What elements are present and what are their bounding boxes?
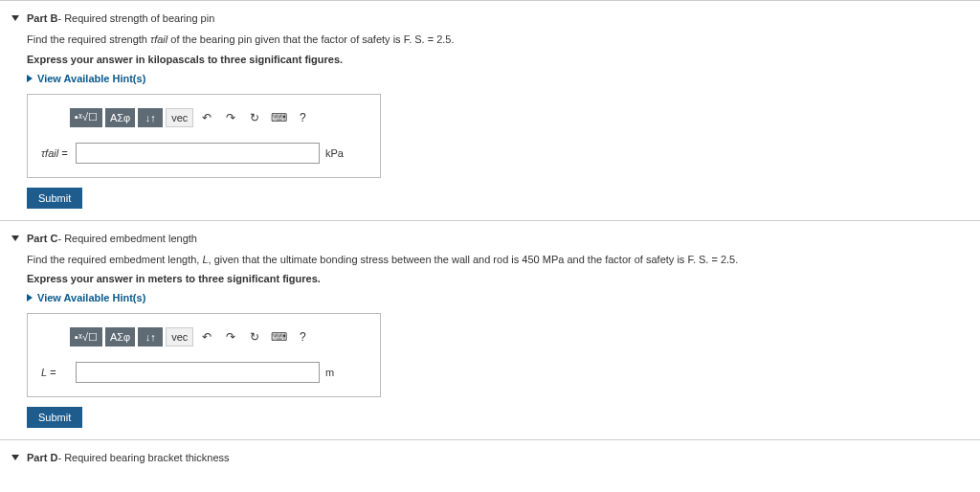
template-button[interactable]: ▪ᵡ√☐ <box>70 108 102 127</box>
unit-c: m <box>325 367 334 378</box>
collapse-icon[interactable] <box>11 235 19 241</box>
greek-button[interactable]: ΑΣφ <box>105 108 135 127</box>
undo-icon[interactable]: ↶ <box>196 109 217 126</box>
unit-b: kPa <box>325 147 344 159</box>
keyboard-icon[interactable]: ⌨ <box>268 328 289 346</box>
hints-toggle[interactable]: View Available Hint(s) <box>27 73 953 84</box>
hints-label: View Available Hint(s) <box>37 73 145 84</box>
redo-icon[interactable]: ↷ <box>220 328 241 346</box>
help-icon[interactable]: ? <box>292 109 313 126</box>
q-unit: MPa <box>543 254 565 265</box>
part-c-question: Find the required embedment length, L, g… <box>27 252 953 268</box>
q-text: Find the required strength <box>27 34 150 45</box>
part-b: Part B - Required strength of bearing pi… <box>0 0 980 220</box>
vec-button[interactable]: vec <box>166 108 193 127</box>
q-text: , given that the ultimate bonding stress… <box>209 254 543 265</box>
answer-input-b[interactable] <box>76 143 320 164</box>
submit-button-c[interactable]: Submit <box>27 407 82 428</box>
part-c: Part C - Required embedment length Find … <box>0 220 980 440</box>
input-row-c: L = m <box>41 362 367 383</box>
part-b-instruct: Express your answer in kilopascals to th… <box>27 54 953 65</box>
part-c-label: Part C <box>27 233 57 244</box>
expand-icon <box>27 294 33 302</box>
q-text: . <box>452 34 455 45</box>
collapse-icon[interactable] <box>11 455 19 460</box>
greek-button[interactable]: ΑΣφ <box>105 327 135 347</box>
q-fs: F. S. = 2.5 <box>404 34 452 45</box>
part-d: Part D - Required bearing bracket thickn… <box>0 439 980 473</box>
keyboard-icon[interactable]: ⌨ <box>268 109 289 126</box>
q-text: . <box>735 254 738 265</box>
hints-label: View Available Hint(s) <box>37 292 145 303</box>
part-b-body: Find the required strength τfail of the … <box>0 32 980 209</box>
part-b-title: - Required strength of bearing pin <box>57 12 214 24</box>
collapse-icon[interactable] <box>11 15 19 21</box>
part-d-title: - Required bearing bracket thickness <box>57 452 229 463</box>
q-fs: F. S. = 2.5 <box>687 254 735 265</box>
reset-icon[interactable]: ↻ <box>244 109 265 126</box>
submit-button-b[interactable]: Submit <box>27 188 82 209</box>
part-b-question: Find the required strength τfail of the … <box>27 32 953 48</box>
answer-box-b: ▪ᵡ√☐ ΑΣφ ↓↑ vec ↶ ↷ ↻ ⌨ ? τfail = kPa <box>27 94 381 178</box>
equation-toolbar: ▪ᵡ√☐ ΑΣφ ↓↑ vec ↶ ↷ ↻ ⌨ ? <box>41 327 367 347</box>
part-d-label: Part D <box>27 452 57 463</box>
var-label-b: τfail = <box>41 147 70 159</box>
q-text: Find the required embedment length, <box>27 254 202 265</box>
redo-icon[interactable]: ↷ <box>220 109 241 126</box>
vec-button[interactable]: vec <box>166 327 193 347</box>
part-c-instruct: Express your answer in meters to three s… <box>27 273 953 284</box>
answer-box-c: ▪ᵡ√☐ ΑΣφ ↓↑ vec ↶ ↷ ↻ ⌨ ? L = m <box>27 313 381 397</box>
undo-icon[interactable]: ↶ <box>196 328 217 346</box>
q-text: and the factor of safety is <box>564 254 687 265</box>
q-var: τfail <box>150 34 167 45</box>
part-c-body: Find the required embedment length, L, g… <box>0 252 980 429</box>
arrows-button[interactable]: ↓↑ <box>138 108 163 127</box>
equation-toolbar: ▪ᵡ√☐ ΑΣφ ↓↑ vec ↶ ↷ ↻ ⌨ ? <box>41 108 367 127</box>
reset-icon[interactable]: ↻ <box>244 328 265 346</box>
part-d-header[interactable]: Part D - Required bearing bracket thickn… <box>0 448 980 471</box>
expand-icon <box>27 75 33 82</box>
answer-input-c[interactable] <box>76 362 320 383</box>
template-button[interactable]: ▪ᵡ√☐ <box>70 327 102 347</box>
help-icon[interactable]: ? <box>292 328 313 346</box>
arrows-button[interactable]: ↓↑ <box>138 327 163 347</box>
part-c-header[interactable]: Part C - Required embedment length <box>0 229 980 252</box>
q-text: of the bearing pin given that the factor… <box>167 34 403 45</box>
input-row-b: τfail = kPa <box>41 143 367 164</box>
hints-toggle[interactable]: View Available Hint(s) <box>27 292 953 303</box>
var-label-c: L = <box>41 367 70 378</box>
part-b-header[interactable]: Part B - Required strength of bearing pi… <box>0 9 980 32</box>
part-b-label: Part B <box>27 12 57 24</box>
part-c-title: - Required embedment length <box>57 233 197 244</box>
